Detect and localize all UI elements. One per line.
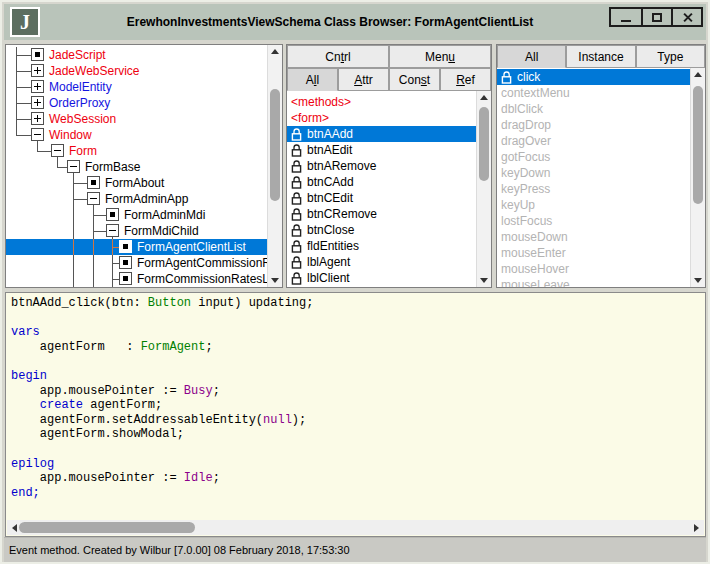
events-scrollbar-thumb[interactable] xyxy=(693,86,703,204)
tree-item[interactable]: FormAbout xyxy=(6,175,267,191)
tree-expand-box[interactable] xyxy=(31,80,44,93)
tab-all[interactable]: All xyxy=(497,45,566,68)
event-item[interactable]: gotFocus xyxy=(497,149,691,165)
code-line: begin xyxy=(11,369,703,384)
tab-all[interactable]: All xyxy=(287,68,338,91)
members-scrollbar-thumb[interactable] xyxy=(479,107,489,181)
padlock-icon xyxy=(291,240,302,253)
member-item[interactable]: btnCRemove xyxy=(287,206,476,222)
event-item[interactable]: contextMenu xyxy=(497,85,691,101)
member-item[interactable]: btnARemove xyxy=(287,158,476,174)
tab-cntrl[interactable]: Cntrl xyxy=(287,45,389,68)
tree-item[interactable]: FormMdiChild xyxy=(6,223,267,239)
tab-instance[interactable]: Instance xyxy=(566,45,635,68)
tree-item[interactable]: WebSession xyxy=(6,111,267,127)
event-item[interactable]: mouseDown xyxy=(497,229,691,245)
tree-scrollbar-thumb[interactable] xyxy=(270,89,280,201)
tree-item[interactable]: FormAgentClientList xyxy=(6,239,267,255)
tree-item[interactable]: OrderProxy xyxy=(6,95,267,111)
tree-connector-line xyxy=(93,239,94,255)
member-item[interactable]: btnCEdit xyxy=(287,190,476,206)
event-item[interactable]: keyPress xyxy=(497,181,691,197)
member-item[interactable]: btnAAdd xyxy=(287,126,476,142)
code-hscrollbar-thumb[interactable] xyxy=(19,522,195,533)
tree-item[interactable]: FormBase xyxy=(6,159,267,175)
tab-ref[interactable]: Ref xyxy=(440,68,491,91)
tree-expand-box[interactable] xyxy=(31,128,44,141)
event-item[interactable]: click xyxy=(497,69,691,85)
event-item[interactable]: mouseHover xyxy=(497,261,691,277)
events-scrollbar[interactable] xyxy=(690,68,705,287)
tab-const[interactable]: Const xyxy=(389,68,440,91)
scroll-down-icon[interactable] xyxy=(480,278,488,283)
event-item[interactable]: mouseLeave xyxy=(497,277,691,287)
scroll-up-icon[interactable] xyxy=(694,72,702,77)
member-item[interactable]: lblAgent xyxy=(287,254,476,270)
event-item[interactable]: dragOver xyxy=(497,133,691,149)
member-group-item[interactable]: <form> xyxy=(287,110,476,126)
tree-item[interactable]: JadeWebService xyxy=(6,63,267,79)
tree-item[interactable]: JadeScript xyxy=(6,47,267,63)
tree-item[interactable]: FormAgentCommissionRates xyxy=(6,255,267,271)
tree-item-label: FormAgentClientList xyxy=(137,239,246,255)
tree-item-label: Form xyxy=(69,143,97,159)
event-item[interactable]: lostFocus xyxy=(497,213,691,229)
tree-expand-box[interactable] xyxy=(31,96,44,109)
tree-expand-box[interactable] xyxy=(87,192,100,205)
tree-expand-box[interactable] xyxy=(31,112,44,125)
tree-expand-box[interactable] xyxy=(106,224,119,237)
members-scrollbar[interactable] xyxy=(476,91,491,287)
event-item[interactable]: keyDown xyxy=(497,165,691,181)
tree-expand-box[interactable] xyxy=(119,240,132,253)
event-item[interactable]: mouseEnter xyxy=(497,245,691,261)
scroll-left-icon[interactable] xyxy=(12,524,17,532)
tree-expand-box[interactable] xyxy=(31,64,44,77)
tree-item[interactable]: FormCommissionRatesList xyxy=(6,271,267,287)
maximize-button[interactable] xyxy=(641,9,671,25)
scroll-up-icon[interactable] xyxy=(271,49,279,54)
scroll-right-icon[interactable] xyxy=(694,524,699,532)
tree-connector-line xyxy=(16,135,31,136)
event-item-label: lostFocus xyxy=(501,214,552,228)
tree-expand-box[interactable] xyxy=(51,144,64,157)
events-list: clickcontextMenudblClickdragDropdragOver… xyxy=(497,68,691,287)
tree-expand-box[interactable] xyxy=(119,256,132,269)
event-item[interactable]: dblClick xyxy=(497,101,691,117)
tree-expand-box[interactable] xyxy=(119,272,132,285)
tree-item-label: WebSession xyxy=(49,111,116,127)
tree-connector-line xyxy=(16,47,17,135)
tree-item[interactable]: FormAdminMdi xyxy=(6,207,267,223)
tree-expand-box[interactable] xyxy=(67,160,80,173)
member-item[interactable]: btnAEdit xyxy=(287,142,476,158)
class-tree: JadeScriptJadeWebServiceModelEntityOrder… xyxy=(6,45,267,287)
member-item[interactable]: fldEntities xyxy=(287,238,476,254)
member-item[interactable]: btnClose xyxy=(287,222,476,238)
tab-menu[interactable]: Menu xyxy=(389,45,491,68)
code-hscrollbar[interactable] xyxy=(7,520,704,535)
member-item[interactable]: btnCAdd xyxy=(287,174,476,190)
event-item[interactable]: dragDrop xyxy=(497,117,691,133)
close-button[interactable] xyxy=(671,9,701,25)
scroll-down-icon[interactable] xyxy=(694,278,702,283)
scroll-down-icon[interactable] xyxy=(271,278,279,283)
event-item-label: gotFocus xyxy=(501,150,550,164)
minimize-button[interactable] xyxy=(611,9,641,25)
tree-item[interactable]: FormAdminApp xyxy=(6,191,267,207)
tree-connector-line xyxy=(16,55,31,56)
event-item[interactable]: keyUp xyxy=(497,197,691,213)
code-editor[interactable]: btnAAdd_click(btn: Button input) updatin… xyxy=(11,296,703,518)
tab-type[interactable]: Type xyxy=(636,45,705,68)
padlock-icon xyxy=(291,256,302,269)
tree-expand-box[interactable] xyxy=(87,176,100,189)
scroll-up-icon[interactable] xyxy=(480,95,488,100)
member-item[interactable]: lblClient xyxy=(287,270,476,286)
tree-expand-box[interactable] xyxy=(106,208,119,221)
member-group-item[interactable]: <methods> xyxy=(287,94,476,110)
tree-scrollbar[interactable] xyxy=(267,45,282,287)
tab-attr[interactable]: Attr xyxy=(338,68,389,91)
title-bar[interactable]: J ErewhonInvestmentsViewSchema Class Bro… xyxy=(4,4,706,40)
tree-item[interactable]: Window xyxy=(6,127,267,143)
class-tree-panel: JadeScriptJadeWebServiceModelEntityOrder… xyxy=(5,44,283,288)
tree-expand-box[interactable] xyxy=(31,48,44,61)
tree-item[interactable]: ModelEntity xyxy=(6,79,267,95)
